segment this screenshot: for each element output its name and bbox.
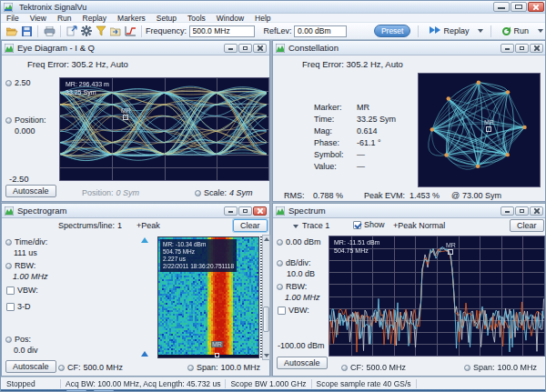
constellation-plot[interactable]: MR [418,73,541,187]
close-icon[interactable] [530,44,543,53]
spectrogram-marker-MR[interactable]: MR [211,341,223,347]
spectrogram-peak-mode[interactable]: +Peak [136,221,160,230]
menu-replay[interactable]: Replay [77,14,112,23]
minimize-icon[interactable] [500,44,514,53]
at-label: @ [451,191,460,200]
toolbar-separator [37,25,38,37]
eye-autoscale-button[interactable]: Autoscale [5,185,56,197]
client-area: Eye Diagram - I & Q Freq Error: 305.2 Hz… [1,40,546,377]
spectrogram-top-marker-icon[interactable] [141,237,148,243]
spectrogram-clear-button[interactable]: Clear [233,219,268,232]
show-checkbox[interactable] [353,221,361,229]
close-icon[interactable] [528,2,544,12]
menu-help[interactable]: Help [249,14,276,23]
spectrum-rbw-value[interactable]: 1.00 MHz [285,293,320,302]
minimize-icon[interactable] [224,206,238,216]
spectrum-autoscale-button[interactable]: Autoscale [277,357,328,369]
spectrogram-span: Span:100.0 MHz [187,363,260,372]
reflev-label: RefLev: [264,26,292,35]
show-row: Show [353,220,385,229]
analysis-funnel-icon[interactable] [95,25,107,37]
maximize-icon[interactable] [238,206,252,216]
vbw-checkbox[interactable] [278,307,286,315]
mag-label: Mag: [314,126,332,136]
recall-folder-icon[interactable] [109,25,122,37]
timediv-label: Time/div: [5,237,47,246]
close-icon[interactable] [253,206,267,216]
menu-run[interactable]: Run [52,14,77,23]
dbdiv-value[interactable]: 10.0 dB [287,269,315,278]
spectrogram-rbw-value[interactable]: 1.00 MHz [13,272,48,281]
spectrogram-scrollbar[interactable] [262,235,270,360]
spectrogram-plot[interactable]: MR: -10.34 dBm504.75 MHz 2.227 us2/22/20… [157,236,259,358]
eye-panel-icon [5,44,14,53]
panel-spectrogram: Spectrogram Spectrums/line:1 +Peak Clear… [1,203,270,377]
maximize-icon[interactable] [511,2,527,12]
minimize-icon[interactable] [224,44,238,53]
maximize-icon[interactable] [238,44,252,53]
eye-position-value[interactable]: 0.000 [15,126,35,136]
maximize-icon[interactable] [515,206,529,216]
replay-dropdown-icon[interactable] [478,29,483,33]
symbol-value: — [357,150,365,159]
value-value: — [357,162,365,171]
app-icon [4,3,13,12]
spectrogram-title-bar[interactable]: Spectrogram [2,204,269,218]
close-icon[interactable] [530,206,543,216]
timediv-value[interactable]: 111 us [14,248,37,257]
spectrum-plot[interactable]: MR: -11.51 dBm504.75 MHz MR [329,236,545,357]
spectrogram-pos-value[interactable]: 0.0 div [14,346,38,355]
save-icon[interactable] [20,25,33,37]
spectrum-cf: CF:500.0 MHz [341,363,406,372]
scrollbar-thumb[interactable] [263,307,269,332]
peak-evm-value: 1.453 % [410,191,440,200]
minimize-icon[interactable] [493,2,510,12]
marker-value[interactable]: MR [357,103,369,112]
eye-diagram-plot[interactable]: MR: 296.433 m33.25 Sym MR [59,77,269,181]
titlebar: Tektronix SignalVu [1,1,546,14]
menu-tools[interactable]: Tools [182,14,211,23]
settings-gear-icon[interactable] [80,25,93,37]
print-icon[interactable] [43,25,56,37]
constellation-title-bar[interactable]: Constellation [273,41,546,55]
open-folder-icon[interactable] [5,25,18,37]
eye-x-position: Position:0 Sym [82,188,139,197]
run-button[interactable]: Run [499,25,532,36]
maximize-icon[interactable] [515,44,529,53]
run-dropdown-icon[interactable] [538,29,543,33]
menu-setup[interactable]: Setup [151,14,182,23]
scroll-down-icon[interactable] [264,354,269,357]
close-icon[interactable] [253,44,267,53]
trigger-icon[interactable] [124,25,136,37]
adjust-knob-icon [277,284,283,290]
time-value: 33.25 Sym [357,115,396,124]
trace-dropdown-icon[interactable] [293,225,298,228]
spectrum-mode[interactable]: +Peak Normal [393,221,445,230]
constellation-marker-MR[interactable]: MR [484,119,494,132]
minimize-icon[interactable] [500,206,514,216]
eye-marker-MR[interactable]: MR [121,107,131,120]
eye-title-bar[interactable]: Eye Diagram - I & Q [2,41,269,55]
frequency-input[interactable] [189,25,255,37]
menu-window[interactable]: Window [211,14,249,23]
menu-markers[interactable]: Markers [112,14,151,23]
spectrogram-line-marker-icon[interactable] [141,351,148,357]
menu-file[interactable]: File [1,14,25,23]
menu-view[interactable]: View [25,14,52,23]
spectrum-title-bar[interactable]: Spectrum [273,204,546,218]
spectrogram-autoscale-button[interactable]: Autoscale [5,360,56,373]
scroll-up-icon[interactable] [264,237,269,241]
export-icon[interactable] [66,25,78,37]
replay-button[interactable]: Replay [426,25,472,36]
3d-checkbox[interactable] [6,303,15,311]
spectrogram-rbw-label: RBW: [5,261,35,270]
reflev-input[interactable] [294,25,347,37]
spectrum-clear-button[interactable]: Clear [510,219,544,232]
spectrum-marker-readout: MR: -11.51 dBm504.75 MHz [334,239,379,255]
vbw-checkbox[interactable] [6,286,15,295]
preset-button[interactable]: Preset [374,25,411,37]
ref-level-top: 0.00 dBm [277,237,321,246]
trace-label[interactable]: Trace 1 [302,221,329,230]
spectrum-marker-MR[interactable]: MR [446,242,456,255]
eye-freq-error: Freq Error: 305.2 Hz, Auto [27,59,128,69]
